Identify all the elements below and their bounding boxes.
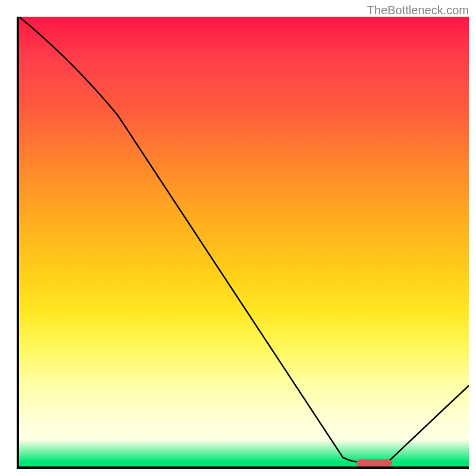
axes-frame [17, 17, 469, 469]
watermark-text: TheBottleneck.com [367, 4, 469, 17]
